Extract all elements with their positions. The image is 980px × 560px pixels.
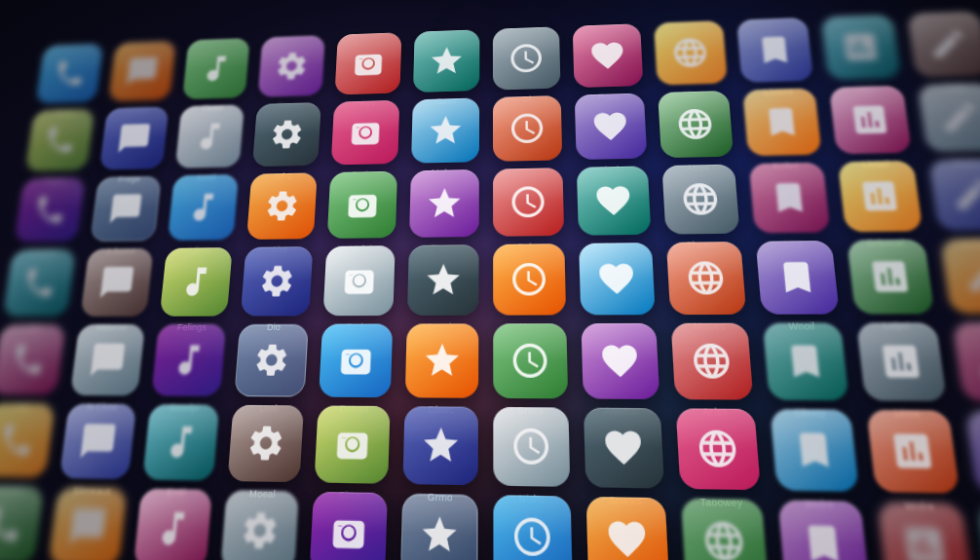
app-icon[interactable]: Frtre [907,11,980,77]
app-icon[interactable]: Annil [175,104,245,168]
app-icon[interactable]: Gi [493,26,561,90]
app-icon[interactable]: Tioour [25,108,95,170]
app-icon[interactable]: Poke [493,168,564,237]
app-icon[interactable]: Uime [856,322,947,401]
app-icon[interactable]: Louves [0,402,56,477]
grid-inner: TinosFrameTbreePoursYorsGassGiPoueAleurL… [0,10,980,560]
app-icon[interactable]: Wolre [220,490,299,560]
app-icon[interactable]: Amnton [581,322,660,398]
app-icon[interactable]: Wolre [310,491,388,560]
app-icon[interactable]: Taoowey [676,408,761,490]
app-icon[interactable]: Tinos [35,43,103,103]
app-icon[interactable]: Wolre [133,488,212,560]
app-icon[interactable]: Morres [666,242,746,315]
app-icon[interactable]: Frame [108,40,176,101]
app-icon[interactable]: Grmo [402,406,478,485]
app-icon[interactable]: Wolre [48,487,128,560]
app-icon[interactable]: Snaors [584,407,664,488]
app-icon[interactable]: I tes [0,324,66,395]
app-icon[interactable]: Aist [246,172,318,240]
app-icon[interactable]: Liscio [575,93,648,160]
app-icon[interactable]: Kofee [742,88,821,156]
app-icon[interactable]: Lolpri [847,239,934,314]
app-icon[interactable]: Moeal [227,404,304,481]
app-icon[interactable]: Snrcs [493,323,568,398]
app-icon[interactable]: Gass [413,29,479,93]
app-icon[interactable]: Entil [142,404,219,481]
app-icon[interactable]: Dio [241,246,314,316]
app-icon[interactable]: I tos [2,248,76,316]
app-icon[interactable]: Pours [258,35,325,97]
app-icon[interactable]: NMorse [80,247,153,316]
app-icon[interactable]: Repra [918,83,980,152]
app-icon[interactable]: Frege [99,106,170,169]
app-icon[interactable]: Chinfenot [411,97,479,163]
app-icon[interactable]: Wolre [0,485,44,560]
app-icon[interactable]: Wolre [586,496,670,560]
app-icon[interactable]: Auoun [493,94,562,161]
app-icon[interactable]: Dborc [405,323,479,397]
app-icon[interactable]: Lnel [234,323,309,396]
app-icon[interactable]: Iul C [252,102,321,167]
app-icon[interactable]: Atree [658,90,734,157]
app-wall-scene: TinosFrameTbreePoursYorsGassGiPoueAleurL… [0,0,980,560]
app-icon[interactable]: Lletail [829,85,912,154]
app-icon[interactable]: Dntoot [319,323,393,397]
app-icon[interactable]: Wnoil [756,240,840,314]
app-icon[interactable]: Lice [749,162,831,233]
app-icon[interactable]: Dotiro [331,99,400,165]
app-icon[interactable]: Wolre [877,502,973,560]
app-icon[interactable]: Slimeaus [59,403,136,479]
app-icon[interactable]: Poue [573,23,644,88]
app-icon[interactable]: Ppfi [821,14,902,80]
app-icon[interactable]: Wolre [777,500,870,560]
app-icon[interactable]: Yors [335,32,402,94]
app-icon[interactable]: Korea [579,243,656,315]
app-icon[interactable]: N Ckee [70,324,145,395]
app-icon[interactable]: Nishs [493,406,570,486]
app-icon[interactable]: Prein [323,245,396,316]
app-icon[interactable]: Felings [160,247,233,317]
app-icon[interactable]: Wolre [866,409,960,493]
app-icon[interactable]: Ldors [168,173,239,240]
app-icon[interactable]: Lorcare [952,322,980,402]
app-icon[interactable]: Aclss [671,322,754,399]
icons-grid: TinosFrameTbreePoursYorsGassGiPoueAleurL… [0,0,980,560]
app-icon[interactable]: Aleur [654,20,728,86]
app-icon[interactable]: Llstors [736,17,813,82]
app-icon[interactable]: Goodpi [151,323,226,395]
app-icon[interactable]: Wolre [770,409,859,492]
app-icon[interactable]: Wolre [493,495,572,560]
app-icon[interactable]: Moloi [327,170,397,238]
app-icon[interactable]: Obuoy [763,322,849,400]
app-icon[interactable]: Altoll [940,238,980,314]
app-icon[interactable]: Solales [14,177,86,243]
app-icon[interactable]: Wolre [400,493,478,560]
app-icon[interactable]: Tbree [182,38,250,99]
app-icon[interactable]: Wolre [964,410,980,495]
app-icon[interactable]: Yore [493,243,566,316]
app-icon[interactable]: Leclecto [928,158,980,230]
app-icon[interactable]: Thenon [661,164,739,234]
app-icon[interactable]: Wolre [681,498,769,560]
app-icon[interactable]: Late [577,166,652,235]
app-icon[interactable]: Drbooal [838,160,923,232]
app-icon[interactable]: Etypre [409,168,479,237]
app-icon[interactable]: A home [90,175,161,241]
app-icon[interactable]: Imovie [407,244,479,316]
app-icon[interactable]: Sitter [314,405,390,483]
